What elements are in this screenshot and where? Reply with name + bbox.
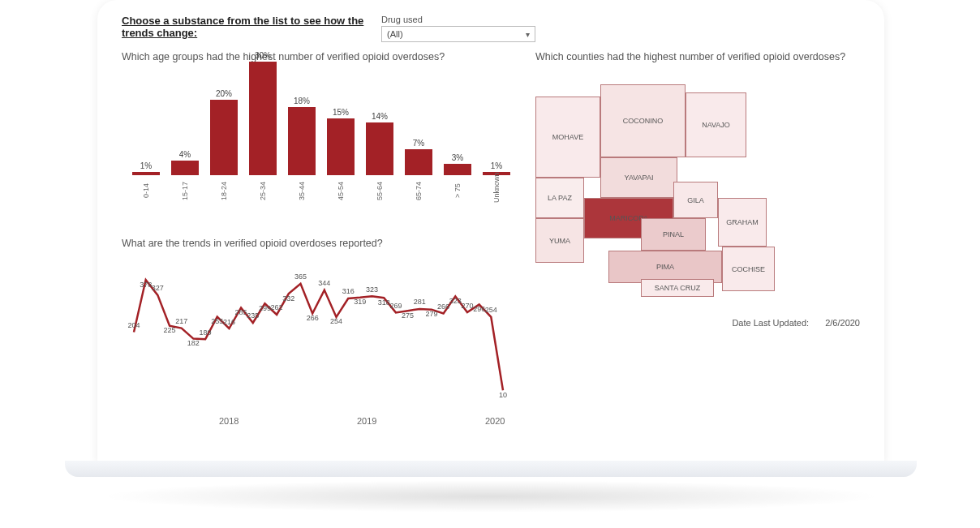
x-tick-2020: 2020 bbox=[485, 416, 505, 426]
trend-line bbox=[134, 280, 503, 390]
county-cochise[interactable]: COCHISE bbox=[722, 247, 775, 291]
bar-rect bbox=[366, 122, 393, 175]
trend-point-label: 266 bbox=[437, 303, 449, 311]
trend-point-label: 254 bbox=[485, 306, 497, 314]
bar-rect bbox=[249, 62, 277, 175]
bar-category: 15-17 bbox=[181, 178, 189, 203]
trend-point-label: 182 bbox=[187, 339, 200, 347]
county-pima[interactable]: PIMA bbox=[608, 251, 722, 283]
trend-point-label: 266 bbox=[307, 314, 319, 322]
laptop-shadow bbox=[97, 480, 884, 513]
county-mohave[interactable]: MOHAVE bbox=[535, 97, 600, 178]
header-row: Choose a substance from the list to see … bbox=[122, 15, 860, 42]
trend-point-label: 316 bbox=[342, 287, 355, 295]
county-graham[interactable]: GRAHAM bbox=[718, 198, 767, 247]
bar-rect bbox=[405, 149, 432, 176]
bar-category: > 75 bbox=[453, 178, 462, 203]
trend-point-label: 279 bbox=[425, 310, 437, 318]
trend-chart-title: What are the trends in verified opioid o… bbox=[122, 237, 462, 250]
age-chart-block: Which age groups had the highest number … bbox=[122, 50, 519, 230]
bar-65-74[interactable]: 7%65-74 bbox=[402, 139, 435, 204]
county-chart-title: Which counties had the highest number of… bbox=[535, 50, 860, 63]
bar-18-24[interactable]: 20%18-24 bbox=[208, 89, 240, 203]
trend-point-label: 216 bbox=[223, 318, 235, 326]
date-updated-value: 2/6/2020 bbox=[825, 318, 860, 328]
bar-category: 18-24 bbox=[220, 178, 228, 203]
bar-category: 55-64 bbox=[376, 178, 384, 203]
age-chart-title: Which age groups had the highest number … bbox=[122, 50, 462, 63]
drug-filter: Drug used (All) bbox=[381, 15, 535, 42]
trend-point-label: 296 bbox=[473, 305, 485, 313]
trend-point-label: 270 bbox=[461, 302, 473, 310]
bar-category: 45-54 bbox=[337, 178, 345, 203]
county-map[interactable]: MOHAVECOCONINONAVAJOYAVAPAILA PAZMARICOP… bbox=[535, 68, 827, 311]
county-coconino[interactable]: COCONINO bbox=[600, 84, 686, 157]
bar-Unknown[interactable]: 1%Unknown bbox=[480, 161, 513, 204]
county-navajo[interactable]: NAVAJO bbox=[686, 92, 746, 157]
bar-category: Unknown bbox=[492, 178, 501, 203]
bar-category: 25-34 bbox=[259, 178, 267, 203]
bar-category: 65-74 bbox=[415, 178, 423, 203]
trend-point-label: 281 bbox=[414, 298, 426, 306]
trend-point-label: 323 bbox=[449, 297, 462, 305]
bar-label: 15% bbox=[333, 108, 349, 117]
bar-label: 18% bbox=[294, 97, 310, 105]
trend-point-label: 332 bbox=[282, 294, 294, 303]
bar-35-44[interactable]: 18%35-44 bbox=[286, 97, 318, 203]
bar-rect bbox=[327, 118, 355, 175]
bar-55-64[interactable]: 14%55-64 bbox=[363, 112, 396, 203]
trend-chart-block: What are the trends in verified opioid o… bbox=[122, 237, 519, 425]
trend-point-label: 319 bbox=[354, 298, 366, 306]
trend-point-label: 180 bbox=[200, 328, 212, 337]
county-yavapai[interactable]: YAVAPAI bbox=[600, 157, 677, 198]
bar-rect bbox=[132, 172, 160, 176]
bar-25-34[interactable]: 30%25-34 bbox=[247, 51, 279, 203]
trend-point-label: 344 bbox=[318, 279, 330, 287]
trend-point-label: 235 bbox=[247, 311, 259, 320]
bar-label: 4% bbox=[179, 150, 191, 159]
trend-point-label: 262 bbox=[271, 303, 283, 311]
county-yuma[interactable]: YUMA bbox=[535, 218, 584, 263]
county-santa-cruz[interactable]: SANTA CRUZ bbox=[641, 279, 714, 297]
trend-point-label: 323 bbox=[366, 285, 378, 294]
trend-point-label: 378 bbox=[140, 281, 152, 289]
county-chart-block: Which counties had the highest number of… bbox=[535, 50, 860, 426]
drug-filter-value: (All) bbox=[387, 29, 403, 39]
trend-point-label: 327 bbox=[152, 284, 164, 292]
bar-> 75[interactable]: 3%> 75 bbox=[441, 153, 474, 203]
drug-filter-select[interactable]: (All) bbox=[381, 26, 535, 42]
trend-point-label: 10 bbox=[499, 391, 507, 399]
bar-category: 35-44 bbox=[298, 178, 306, 203]
trend-point-label: 318 bbox=[378, 298, 390, 307]
bar-15-17[interactable]: 4%15-17 bbox=[169, 150, 201, 204]
bar-label: 3% bbox=[452, 153, 463, 162]
trend-point-label: 225 bbox=[164, 326, 176, 334]
date-updated-label: Date Last Updated: bbox=[732, 318, 809, 328]
bar-0-14[interactable]: 1%0-14 bbox=[130, 161, 162, 204]
bar-rect bbox=[171, 161, 199, 176]
bar-label: 20% bbox=[216, 89, 232, 98]
footer: Date Last Updated: 2/6/2020 bbox=[535, 318, 860, 328]
bar-label: 7% bbox=[413, 139, 424, 148]
dashboard-frame: Choose a substance from the list to see … bbox=[97, 0, 884, 462]
bar-rect bbox=[288, 107, 316, 175]
trend-point-label: 204 bbox=[127, 321, 140, 329]
bar-label: 1% bbox=[140, 161, 152, 170]
trend-point-label: 217 bbox=[175, 317, 187, 325]
prompt-text: Choose a substance from the list to see … bbox=[122, 15, 365, 39]
trend-line-chart[interactable]: 2043783272252171821802552162852352992623… bbox=[122, 255, 519, 426]
bar-label: 14% bbox=[372, 112, 388, 121]
county-gila[interactable]: GILA bbox=[673, 182, 718, 218]
county-pinal[interactable]: PINAL bbox=[641, 218, 706, 251]
bar-rect bbox=[210, 100, 238, 175]
trend-point-label: 299 bbox=[259, 304, 271, 312]
laptop-base bbox=[65, 461, 917, 477]
age-bar-chart[interactable]: 1%0-144%15-1720%18-2430%25-3418%35-4415%… bbox=[122, 68, 511, 230]
x-tick-2019: 2019 bbox=[357, 416, 376, 426]
trend-point-label: 365 bbox=[294, 273, 307, 281]
drug-filter-label: Drug used bbox=[381, 15, 535, 24]
bar-45-54[interactable]: 15%45-54 bbox=[325, 108, 357, 203]
trend-point-label: 255 bbox=[211, 317, 223, 325]
county-la-paz[interactable]: LA PAZ bbox=[535, 178, 584, 218]
bar-label: 1% bbox=[491, 161, 502, 170]
